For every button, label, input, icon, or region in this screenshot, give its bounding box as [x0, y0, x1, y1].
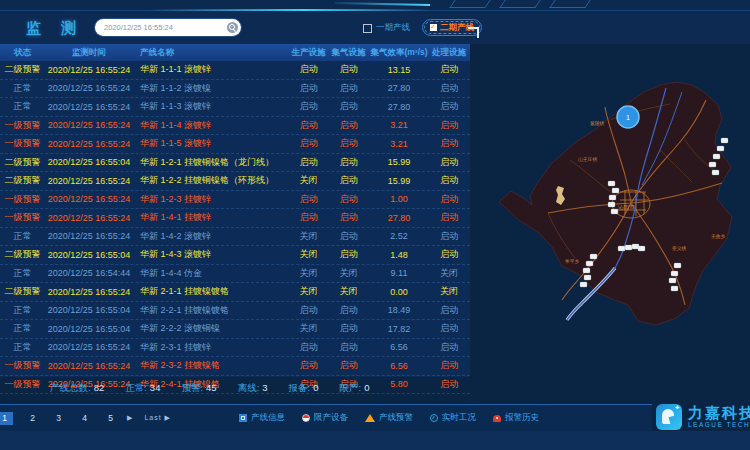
cell-time: 2020/12/25 16:55:24 — [45, 231, 133, 241]
table-row[interactable]: 正常2020/12/25 16:55:24华新 1-1-3 滚镀锌启动启动27.… — [0, 98, 470, 117]
factory-marker[interactable] — [618, 246, 625, 251]
cell-time: 2020/12/25 16:55:24 — [45, 287, 133, 297]
factory-marker[interactable] — [721, 138, 728, 143]
factory-marker[interactable] — [671, 286, 678, 291]
cell-eff: 27.80 — [370, 213, 428, 223]
cell-time: 2020/12/25 16:55:24 — [45, 194, 133, 204]
cell-eff: 15.99 — [370, 176, 428, 186]
table-row[interactable]: 二级预警2020/12/25 16:55:24华新 1-1-1 滚镀锌启动启动1… — [0, 61, 470, 80]
table-row[interactable]: 正常2020/12/25 16:55:04华新 2-2-2 滚镀铜镍关闭启动17… — [0, 320, 470, 339]
table-row[interactable]: 二级预警2020/12/25 16:55:24华新 2-1-1 挂镀镍镀铬关闭关… — [0, 283, 470, 302]
table-row[interactable]: 正常2020/12/25 16:55:24华新 1-4-2 滚镀锌关闭启动2.5… — [0, 228, 470, 247]
factory-marker[interactable] — [669, 278, 676, 283]
factory-marker[interactable] — [709, 162, 716, 167]
factory-marker[interactable] — [625, 245, 632, 250]
cell-name: 华新 2-3-1 挂镀锌 — [133, 341, 290, 354]
table-row[interactable]: 正常2020/12/25 16:55:24华新 2-3-1 挂镀锌启动启动6.5… — [0, 339, 470, 358]
cell-name: 华新 1-2-2 挂镀铜镍铬（环形线） — [133, 174, 290, 187]
cell-status: 一级预警 — [0, 119, 45, 132]
cell-treat: 启动 — [428, 193, 470, 206]
legend-item-triangle[interactable]: 产线预警 — [365, 412, 413, 424]
table-row[interactable]: 一级预警2020/12/25 16:55:24华新 2-3-2 挂镀镍铬启动启动… — [0, 357, 470, 376]
cell-name: 华新 1-1-3 滚镀锌 — [133, 100, 290, 113]
table-row[interactable]: 二级预警2020/12/25 16:55:24华新 1-2-2 挂镀铜镍铬（环形… — [0, 172, 470, 191]
phase1-label: 一期产线 — [376, 22, 410, 34]
cell-status: 正常 — [0, 304, 45, 317]
factory-marker[interactable] — [638, 246, 645, 251]
cell-status: 二级预警 — [0, 285, 45, 298]
page-button[interactable]: 3 — [52, 412, 65, 425]
summary-item: 报备:0 — [289, 382, 319, 395]
cell-status: 正常 — [0, 341, 45, 354]
page-button[interactable]: 1 — [0, 412, 13, 425]
decor-shape — [499, 0, 541, 8]
factory-marker[interactable] — [586, 261, 593, 266]
place-label: 王曲乡 — [711, 233, 726, 239]
table-row[interactable]: 正常2020/12/25 16:54:44华新 1-4-4 仿金关闭关闭9.11… — [0, 265, 470, 284]
next-page-button[interactable]: ▶ — [127, 414, 132, 422]
factory-marker[interactable] — [717, 146, 724, 151]
cell-prod: 启动 — [290, 156, 327, 169]
factory-marker[interactable] — [608, 181, 615, 186]
table-row[interactable]: 正常2020/12/25 16:55:24华新 1-1-2 滚镀镍启动启动27.… — [0, 80, 470, 99]
factory-marker[interactable] — [712, 170, 719, 175]
cell-treat: 启动 — [428, 248, 470, 261]
page-button[interactable]: 4 — [78, 412, 91, 425]
cell-status: 二级预警 — [0, 63, 45, 76]
page-button[interactable]: 5 — [104, 412, 117, 425]
cell-time: 2020/12/25 16:55:04 — [45, 250, 133, 260]
map-panel[interactable]: 紫陵镇山王庄镇王曲乡崇义镇常平乡 沁阳市 1 — [470, 13, 750, 431]
cell-eff: 9.11 — [370, 268, 428, 278]
cell-eff: 6.56 — [370, 342, 428, 352]
factory-marker[interactable] — [609, 195, 616, 200]
cell-treat: 启动 — [428, 341, 470, 354]
table-row[interactable]: 二级预警2020/12/25 16:55:04华新 1-2-1 挂镀铜镍铬（龙门… — [0, 154, 470, 173]
cell-gas: 启动 — [327, 248, 370, 261]
factory-marker[interactable] — [671, 271, 678, 276]
page-button[interactable]: 2 — [26, 412, 39, 425]
search-box — [95, 19, 241, 36]
map-canvas[interactable]: 紫陵镇山王庄镇王曲乡崇义镇常平乡 沁阳市 1 — [470, 13, 750, 431]
cell-status: 正常 — [0, 100, 45, 113]
decor-shape — [449, 0, 491, 8]
legend-item-square[interactable]: 产线信息 — [239, 412, 285, 424]
cell-prod: 启动 — [290, 100, 327, 113]
search-input[interactable] — [95, 23, 227, 32]
cell-treat: 启动 — [428, 230, 470, 243]
cell-treat: 启动 — [428, 304, 470, 317]
factory-marker[interactable] — [611, 209, 618, 214]
factory-marker[interactable] — [612, 188, 619, 193]
legend-item-circle[interactable]: 限产设备 — [302, 412, 348, 424]
factory-marker[interactable] — [580, 282, 587, 287]
table-row[interactable]: 一级预警2020/12/25 16:55:24华新 1-1-5 滚镀锌启动启动3… — [0, 135, 470, 154]
cell-name: 华新 2-3-2 挂镀镍铬 — [133, 359, 290, 372]
factory-marker[interactable] — [583, 268, 590, 273]
cell-prod: 启动 — [290, 82, 327, 95]
cell-eff: 6.56 — [370, 361, 428, 371]
factory-marker[interactable] — [590, 254, 597, 259]
cell-name: 华新 1-2-1 挂镀铜镍铬（龙门线） — [133, 156, 290, 169]
last-page-button[interactable]: Last ▶ — [144, 414, 171, 422]
factory-marker[interactable] — [608, 202, 615, 207]
cell-name: 华新 2-2-1 挂镀镍镀铬 — [133, 304, 290, 317]
factory-marker[interactable] — [674, 263, 681, 268]
cluster-marker[interactable]: 1 — [617, 106, 639, 128]
factory-marker[interactable] — [584, 275, 591, 280]
table-row[interactable]: 一级预警2020/12/25 16:55:24华新 1-4-1 挂镀锌启动启动2… — [0, 209, 470, 228]
table-row[interactable]: 正常2020/12/25 16:55:04华新 2-2-1 挂镀镍镀铬启动启动1… — [0, 302, 470, 321]
search-icon[interactable] — [227, 22, 238, 33]
summary-value: 34 — [150, 382, 161, 393]
cell-time: 2020/12/25 16:54:44 — [45, 268, 133, 278]
column-header: 处理设施 — [428, 47, 470, 59]
cell-name: 华新 1-1-1 滚镀锌 — [133, 63, 290, 76]
cell-gas: 启动 — [327, 322, 370, 335]
cell-status: 正常 — [0, 230, 45, 243]
cell-gas: 关闭 — [327, 285, 370, 298]
table-row[interactable]: 一级预警2020/12/25 16:55:24华新 1-2-3 挂镀锌启动启动1… — [0, 191, 470, 210]
cell-prod: 关闭 — [290, 248, 327, 261]
factory-marker[interactable] — [713, 154, 720, 159]
table-row[interactable]: 二级预警2020/12/25 16:55:04华新 1-4-3 滚镀锌关闭启动1… — [0, 246, 470, 265]
table-row[interactable]: 一级预警2020/12/25 16:55:24华新 1-1-4 滚镀锌启动启动3… — [0, 117, 470, 136]
phase1-checkbox[interactable]: 一期产线 — [363, 22, 410, 34]
cell-prod: 启动 — [290, 193, 327, 206]
